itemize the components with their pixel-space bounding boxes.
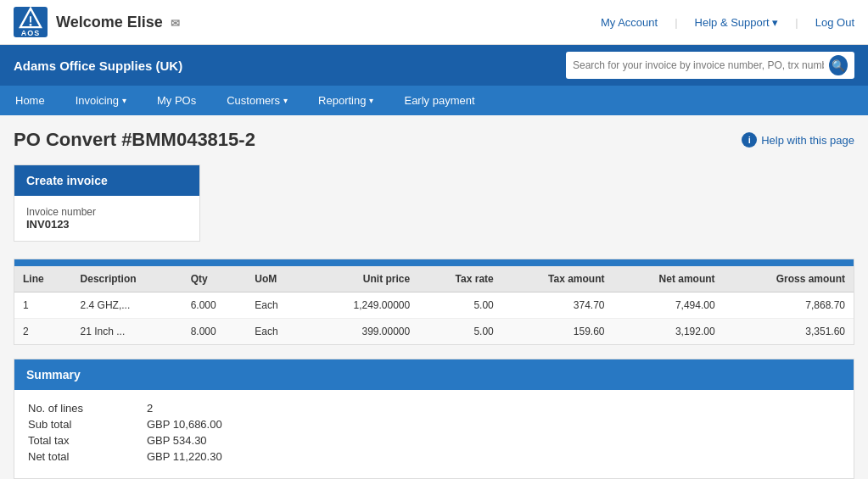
- separator2: |: [795, 16, 798, 29]
- col-net-amount: Net amount: [613, 266, 724, 292]
- invoice-number-value: INV0123: [26, 218, 188, 231]
- summary-row: Net total GBP 11,220.30: [28, 450, 840, 463]
- my-account-link[interactable]: My Account: [601, 16, 658, 29]
- summary-label: Net total: [28, 450, 130, 463]
- summary-body: No. of lines 2 Sub total GBP 10,686.00 T…: [14, 390, 854, 478]
- summary-row: No. of lines 2: [28, 402, 840, 415]
- logo-text: AOS: [21, 29, 41, 37]
- table-header-row: Line Description Qty UoM Unit price Tax …: [14, 266, 854, 292]
- cell-unit-price: 399.00000: [307, 319, 418, 345]
- welcome-text: Welcome Elise ✉: [56, 14, 180, 31]
- help-link[interactable]: i Help with this page: [742, 132, 854, 148]
- create-invoice-header: Create invoice: [14, 165, 199, 196]
- summary-label: No. of lines: [28, 402, 130, 415]
- nav-home[interactable]: Home: [0, 86, 60, 115]
- top-header: AOS Welcome Elise ✉ My Account | Help & …: [0, 0, 868, 45]
- reporting-arrow: ▾: [369, 96, 373, 105]
- nav-customers[interactable]: Customers ▾: [211, 86, 303, 115]
- col-tax-amount: Tax amount: [502, 266, 613, 292]
- cell-qty: 6.000: [182, 292, 247, 319]
- company-name: Adams Office Supplies (UK): [14, 58, 182, 73]
- top-nav-links: My Account | Help & Support ▾ | Log Out: [601, 16, 854, 29]
- summary-value: GBP 10,686.00: [147, 418, 222, 431]
- col-qty: Qty: [182, 266, 247, 292]
- cell-gross-amount: 7,868.70: [724, 292, 854, 319]
- invoice-number-label: Invoice number: [26, 206, 188, 218]
- cell-net-amount: 3,192.00: [613, 319, 724, 345]
- table-section: Line Description Qty UoM Unit price Tax …: [14, 259, 854, 345]
- page-title-row: PO Convert #BMM043815-2 i Help with this…: [14, 129, 854, 151]
- cell-line: 2: [14, 319, 72, 345]
- col-line: Line: [14, 266, 72, 292]
- nav-early-payment[interactable]: Early payment: [389, 86, 490, 115]
- table-row: 2 21 Inch ... 8.000 Each 399.00000 5.00 …: [14, 319, 854, 345]
- cell-tax-amount: 374.70: [502, 292, 613, 319]
- summary-header: Summary: [14, 359, 854, 390]
- data-table: Line Description Qty UoM Unit price Tax …: [14, 266, 854, 344]
- cell-uom: Each: [246, 292, 307, 319]
- cell-line: 1: [14, 292, 72, 319]
- create-invoice-body: Invoice number INV0123: [14, 196, 199, 241]
- cell-description: 2.4 GHZ,...: [72, 292, 182, 319]
- summary-value: 2: [147, 402, 153, 415]
- table-row: 1 2.4 GHZ,... 6.000 Each 1,249.00000 5.0…: [14, 292, 854, 319]
- mail-icon: ✉: [171, 17, 180, 30]
- customers-arrow: ▾: [283, 96, 288, 105]
- cell-qty: 8.000: [182, 319, 247, 345]
- create-invoice-box: Create invoice Invoice number INV0123: [14, 164, 200, 242]
- logout-link[interactable]: Log Out: [815, 16, 854, 29]
- help-support-link[interactable]: Help & Support ▾: [695, 16, 779, 29]
- cell-gross-amount: 3,351.60: [724, 319, 854, 345]
- invoicing-arrow: ▾: [122, 96, 126, 105]
- logo: AOS: [14, 7, 48, 37]
- nav-mypos[interactable]: My POs: [142, 86, 211, 115]
- col-uom: UoM: [246, 266, 307, 292]
- table-header-bar: [14, 259, 854, 266]
- summary-row: Total tax GBP 534.30: [28, 434, 840, 447]
- help-text: Help with this page: [761, 134, 854, 147]
- cell-tax-rate: 5.00: [418, 292, 502, 319]
- col-description: Description: [72, 266, 182, 292]
- company-bar: Adams Office Supplies (UK) 🔍: [0, 45, 868, 86]
- separator: |: [675, 16, 677, 29]
- page-content: PO Convert #BMM043815-2 i Help with this…: [0, 115, 868, 479]
- col-gross-amount: Gross amount: [724, 266, 854, 292]
- summary-label: Total tax: [28, 434, 130, 447]
- page-title: PO Convert #BMM043815-2: [14, 129, 255, 151]
- nav-invoicing[interactable]: Invoicing ▾: [60, 86, 142, 115]
- col-tax-rate: Tax rate: [418, 266, 502, 292]
- svg-point-2: [30, 24, 32, 26]
- search-button[interactable]: 🔍: [829, 55, 848, 75]
- cell-description: 21 Inch ...: [72, 319, 182, 345]
- summary-section: Summary No. of lines 2 Sub total GBP 10,…: [14, 359, 854, 479]
- col-unit-price: Unit price: [307, 266, 418, 292]
- search-input[interactable]: [573, 59, 824, 71]
- cell-unit-price: 1,249.00000: [307, 292, 418, 319]
- help-icon: i: [742, 132, 757, 148]
- nav-bar: Home Invoicing ▾ My POs Customers ▾ Repo…: [0, 86, 868, 115]
- cell-net-amount: 7,494.00: [613, 292, 724, 319]
- cell-uom: Each: [246, 319, 307, 345]
- cell-tax-rate: 5.00: [418, 319, 502, 345]
- summary-value: GBP 534.30: [147, 434, 207, 447]
- search-area: 🔍: [566, 52, 854, 79]
- cell-tax-amount: 159.60: [502, 319, 613, 345]
- summary-value: GBP 11,220.30: [147, 450, 222, 463]
- summary-label: Sub total: [28, 418, 130, 431]
- nav-reporting[interactable]: Reporting ▾: [303, 86, 389, 115]
- summary-row: Sub total GBP 10,686.00: [28, 418, 840, 431]
- logo-area: AOS Welcome Elise ✉: [14, 7, 180, 37]
